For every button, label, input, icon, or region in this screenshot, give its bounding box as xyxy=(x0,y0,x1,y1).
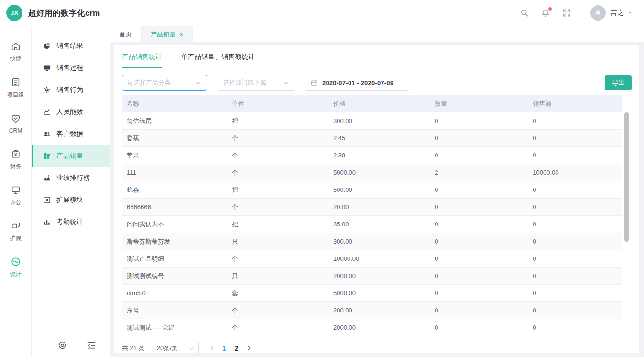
menu-item-attendance[interactable]: 考勤统计 xyxy=(32,211,110,233)
table-cell: 香蕉 xyxy=(122,134,227,143)
next-page-button[interactable] xyxy=(243,342,255,353)
sidebar-item-office[interactable]: 办公 xyxy=(0,178,31,213)
table-row: 香蕉个2.4500 xyxy=(122,130,622,147)
menu-item-personnel-efficiency[interactable]: 人员能效 xyxy=(32,101,110,123)
table-cell: 测试测试-----党建 xyxy=(122,324,227,332)
table-cell: 0 xyxy=(528,221,622,228)
table-row: 问问我认为不把35.0000 xyxy=(122,216,622,233)
table-cell: 2 xyxy=(430,169,528,176)
app-logo: JX xyxy=(6,5,22,21)
menu-item-label: 业绩排行榜 xyxy=(56,174,90,182)
menu-item-sales-behavior[interactable]: 销售行为 xyxy=(32,79,110,101)
search-icon[interactable] xyxy=(520,8,529,18)
sidebar-item-crm[interactable]: CRM xyxy=(0,106,31,142)
page-tab[interactable]: 产品销量× xyxy=(142,26,193,42)
table-cell: 0 xyxy=(430,134,528,142)
close-icon[interactable]: × xyxy=(179,31,183,38)
table-cell: 0 xyxy=(430,186,528,193)
table-cell: 0 xyxy=(528,307,622,314)
menu-item-product-sales[interactable]: 产品销量 xyxy=(32,145,110,167)
sidebar-item-label: CRM xyxy=(9,127,22,134)
table-cell: 0 xyxy=(430,255,528,262)
column-header: 单位 xyxy=(227,100,328,108)
sidebar-item-quick[interactable]: 快捷 xyxy=(0,34,31,70)
export-button[interactable]: 导出 xyxy=(605,75,632,90)
product-sales-table: 名称单位价格数量销售额 简信选房把300.0000香蕉个2.4500苹果个2.3… xyxy=(122,95,632,336)
menu-item-sales-process[interactable]: 销售过程 xyxy=(32,57,110,79)
table-cell: 0 xyxy=(528,272,622,279)
date-range-picker[interactable]: 2020-07-01 - 2020-07-09 xyxy=(305,75,409,91)
secondary-sidebar: 销售结果销售过程销售行为人员能效客户数据产品销量业绩排行榜扩展模块考勤统计 xyxy=(32,26,110,357)
project-icon xyxy=(11,77,21,88)
menu-item-customer-data[interactable]: 客户数据 xyxy=(32,123,110,145)
sidebar-item-label: 快捷 xyxy=(10,55,22,63)
column-header: 销售额 xyxy=(528,100,622,108)
previous-page-button[interactable] xyxy=(206,342,218,353)
page-tab[interactable]: 首页 xyxy=(110,26,142,42)
table-cell: 0 xyxy=(430,290,528,297)
users-icon xyxy=(43,130,51,138)
table-row: 6666666个20.0000 xyxy=(122,199,622,216)
table-cell: 问问我认为不 xyxy=(122,220,227,229)
grid-blocks-icon xyxy=(43,152,51,160)
page-tabs-bar: 首页产品销量× xyxy=(110,26,644,42)
sidebar-item-stats[interactable]: 统计 xyxy=(0,249,31,285)
table-cell: 0 xyxy=(430,307,528,314)
table-cell: 0 xyxy=(430,117,528,124)
table-cell: 5000.00 xyxy=(328,290,430,297)
target-icon[interactable] xyxy=(57,340,67,350)
table-row: 简信选房把300.0000 xyxy=(122,112,622,130)
column-header: 名称 xyxy=(122,100,227,108)
table-cell: 0 xyxy=(528,290,622,297)
sidebar-item-extend[interactable]: 扩展 xyxy=(0,213,31,249)
total-count: 共 21 条 xyxy=(122,344,145,353)
menu-item-sales-result[interactable]: 销售结果 xyxy=(32,35,110,57)
table-row: 测试产品明细个10000.0000 xyxy=(122,250,622,268)
menu-item-extend-module[interactable]: 扩展模块 xyxy=(32,189,110,211)
table-cell: 机会 xyxy=(122,186,227,194)
table-cell: 个 xyxy=(227,168,328,177)
table-cell: 2000.00 xyxy=(328,272,430,279)
tab-stat-0[interactable]: 产品销售统计 xyxy=(122,45,162,68)
page-number-2[interactable]: 2 xyxy=(230,342,243,353)
table-cell: 苹果 xyxy=(122,151,227,160)
table-row: 斯蒂芬斯蒂芬发只300.0000 xyxy=(122,233,622,250)
menu-item-label: 销售结果 xyxy=(56,42,83,50)
collapse-sidebar-icon[interactable] xyxy=(87,340,97,350)
column-header: 价格 xyxy=(328,100,430,108)
department-select[interactable]: 选择部门或下属 xyxy=(218,75,295,91)
product-category-select[interactable]: 请选择产品分类 xyxy=(122,75,207,91)
table-cell: 个 xyxy=(227,306,328,315)
table-row: 测试测试-----党建个2000.0000 xyxy=(122,319,622,336)
bar-chart-icon xyxy=(43,218,51,226)
table-cell: 0 xyxy=(528,203,622,211)
table-row: 序号个200.0000 xyxy=(122,302,622,319)
table-cell: 0 xyxy=(528,324,622,331)
page-size-select[interactable]: 20条/页 xyxy=(153,342,199,353)
line-chart-icon xyxy=(43,108,51,116)
fullscreen-icon[interactable] xyxy=(562,8,571,18)
extend-icon xyxy=(11,221,21,231)
vertical-scrollbar[interactable] xyxy=(624,112,629,242)
stats-icon xyxy=(11,257,21,267)
table-cell: 2.39 xyxy=(328,152,430,159)
table-cell: 10000.00 xyxy=(328,255,430,262)
tab-stat-1[interactable]: 单产品销量、销售额统计 xyxy=(181,45,255,68)
table-cell: 个 xyxy=(227,255,328,263)
table-cell: 20.00 xyxy=(328,203,430,211)
sidebar-item-project[interactable]: 项目组 xyxy=(0,70,31,106)
sidebar-item-finance[interactable]: 财务 xyxy=(0,142,31,178)
user-menu[interactable]: 言言之 xyxy=(590,5,633,21)
mountain-icon xyxy=(43,174,51,182)
bell-icon[interactable] xyxy=(541,8,550,18)
menu-item-ranking[interactable]: 业绩排行榜 xyxy=(32,167,110,189)
table-row: 111个5000.00210000.00 xyxy=(122,164,622,181)
pie-chart-icon xyxy=(43,42,51,50)
page-number-1[interactable]: 1 xyxy=(218,342,230,353)
table-cell: 0 xyxy=(528,255,622,262)
table-header: 名称单位价格数量销售额 xyxy=(122,95,622,112)
box-arrow-icon xyxy=(43,196,51,204)
filter-row: 请选择产品分类 选择部门或下属 2020-07-01 - 2020-07-09 … xyxy=(122,75,632,91)
table-cell: 套 xyxy=(227,289,328,298)
table-cell: 300.00 xyxy=(328,238,430,245)
